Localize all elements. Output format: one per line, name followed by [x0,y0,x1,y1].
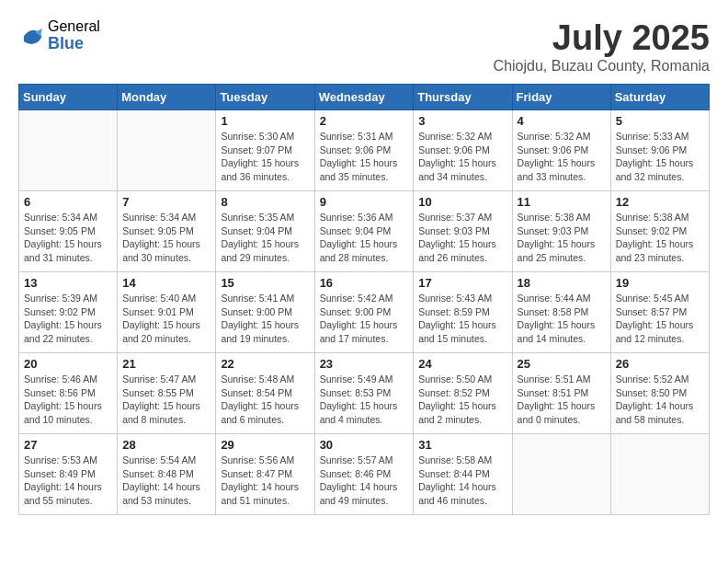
day-number: 28 [122,438,210,452]
day-detail: Sunrise: 5:51 AM Sunset: 8:51 PM Dayligh… [518,373,606,427]
day-number: 15 [221,276,309,290]
day-detail: Sunrise: 5:41 AM Sunset: 9:00 PM Dayligh… [221,292,309,346]
day-number: 7 [122,195,210,209]
day-detail: Sunrise: 5:38 AM Sunset: 9:02 PM Dayligh… [616,211,704,265]
day-detail: Sunrise: 5:40 AM Sunset: 9:01 PM Dayligh… [122,292,210,346]
day-detail: Sunrise: 5:31 AM Sunset: 9:06 PM Dayligh… [320,130,409,184]
day-detail: Sunrise: 5:54 AM Sunset: 8:48 PM Dayligh… [122,454,210,508]
day-detail: Sunrise: 5:46 AM Sunset: 8:56 PM Dayligh… [24,373,112,427]
logo-general: General [48,18,100,35]
calendar-cell: 8Sunrise: 5:35 AM Sunset: 9:04 PM Daylig… [216,191,314,272]
page-header: General Blue July 2025 Chiojdu, Buzau Co… [18,18,710,75]
header-thursday: Thursday [414,85,512,110]
day-number: 2 [320,114,409,128]
calendar-cell [118,110,216,191]
logo: General Blue [18,18,100,52]
day-number: 16 [320,276,409,290]
calendar-cell: 4Sunrise: 5:32 AM Sunset: 9:06 PM Daylig… [512,110,610,191]
day-detail: Sunrise: 5:42 AM Sunset: 9:00 PM Dayligh… [320,292,409,346]
calendar-cell: 11Sunrise: 5:38 AM Sunset: 9:03 PM Dayli… [512,191,610,272]
day-detail: Sunrise: 5:34 AM Sunset: 9:05 PM Dayligh… [122,211,210,265]
week-row-1: 1Sunrise: 5:30 AM Sunset: 9:07 PM Daylig… [19,110,710,191]
day-number: 4 [518,114,606,128]
calendar-cell: 12Sunrise: 5:38 AM Sunset: 9:02 PM Dayli… [610,191,709,272]
day-detail: Sunrise: 5:33 AM Sunset: 9:06 PM Dayligh… [616,130,704,184]
month-title: July 2025 [494,18,710,58]
day-number: 18 [518,276,606,290]
calendar-cell: 29Sunrise: 5:56 AM Sunset: 8:47 PM Dayli… [216,434,314,515]
day-number: 9 [320,195,409,209]
day-detail: Sunrise: 5:58 AM Sunset: 8:44 PM Dayligh… [418,454,506,508]
calendar-header-row: SundayMondayTuesdayWednesdayThursdayFrid… [19,85,710,110]
day-number: 30 [320,438,409,452]
day-detail: Sunrise: 5:39 AM Sunset: 9:02 PM Dayligh… [24,292,112,346]
calendar-cell [610,434,709,515]
calendar-cell: 23Sunrise: 5:49 AM Sunset: 8:53 PM Dayli… [314,353,414,434]
day-detail: Sunrise: 5:37 AM Sunset: 9:03 PM Dayligh… [418,211,506,265]
day-detail: Sunrise: 5:38 AM Sunset: 9:03 PM Dayligh… [518,211,606,265]
day-detail: Sunrise: 5:32 AM Sunset: 9:06 PM Dayligh… [418,130,506,184]
calendar-cell: 30Sunrise: 5:57 AM Sunset: 8:46 PM Dayli… [314,434,414,515]
calendar-cell: 10Sunrise: 5:37 AM Sunset: 9:03 PM Dayli… [414,191,512,272]
day-number: 6 [24,195,112,209]
week-row-3: 13Sunrise: 5:39 AM Sunset: 9:02 PM Dayli… [19,272,710,353]
calendar-cell: 6Sunrise: 5:34 AM Sunset: 9:05 PM Daylig… [19,191,118,272]
day-detail: Sunrise: 5:50 AM Sunset: 8:52 PM Dayligh… [418,373,506,427]
day-number: 14 [122,276,210,290]
calendar-cell: 2Sunrise: 5:31 AM Sunset: 9:06 PM Daylig… [314,110,414,191]
calendar-cell: 13Sunrise: 5:39 AM Sunset: 9:02 PM Dayli… [19,272,118,353]
calendar-cell: 9Sunrise: 5:36 AM Sunset: 9:04 PM Daylig… [314,191,414,272]
day-number: 24 [418,357,506,371]
day-number: 11 [518,195,606,209]
calendar-cell: 15Sunrise: 5:41 AM Sunset: 9:00 PM Dayli… [216,272,314,353]
calendar-cell: 18Sunrise: 5:44 AM Sunset: 8:58 PM Dayli… [512,272,610,353]
calendar-cell: 24Sunrise: 5:50 AM Sunset: 8:52 PM Dayli… [414,353,512,434]
calendar-cell: 17Sunrise: 5:43 AM Sunset: 8:59 PM Dayli… [414,272,512,353]
day-number: 17 [418,276,506,290]
day-number: 19 [616,276,704,290]
day-number: 10 [418,195,506,209]
day-number: 29 [221,438,309,452]
header-friday: Friday [512,85,610,110]
day-detail: Sunrise: 5:48 AM Sunset: 8:54 PM Dayligh… [221,373,309,427]
week-row-4: 20Sunrise: 5:46 AM Sunset: 8:56 PM Dayli… [19,353,710,434]
day-detail: Sunrise: 5:43 AM Sunset: 8:59 PM Dayligh… [418,292,506,346]
day-detail: Sunrise: 5:49 AM Sunset: 8:53 PM Dayligh… [320,373,409,427]
header-wednesday: Wednesday [314,85,414,110]
calendar-cell: 3Sunrise: 5:32 AM Sunset: 9:06 PM Daylig… [414,110,512,191]
day-detail: Sunrise: 5:44 AM Sunset: 8:58 PM Dayligh… [518,292,606,346]
day-number: 5 [616,114,704,128]
calendar-cell: 16Sunrise: 5:42 AM Sunset: 9:00 PM Dayli… [314,272,414,353]
title-area: July 2025 Chiojdu, Buzau County, Romania [494,18,710,75]
day-number: 20 [24,357,112,371]
calendar-cell: 1Sunrise: 5:30 AM Sunset: 9:07 PM Daylig… [216,110,314,191]
logo-icon [18,23,44,49]
location-title: Chiojdu, Buzau County, Romania [494,58,710,75]
day-detail: Sunrise: 5:45 AM Sunset: 8:57 PM Dayligh… [616,292,704,346]
calendar-table: SundayMondayTuesdayWednesdayThursdayFrid… [18,84,710,515]
calendar-cell: 26Sunrise: 5:52 AM Sunset: 8:50 PM Dayli… [610,353,709,434]
day-detail: Sunrise: 5:52 AM Sunset: 8:50 PM Dayligh… [616,373,704,427]
week-row-5: 27Sunrise: 5:53 AM Sunset: 8:49 PM Dayli… [19,434,710,515]
day-detail: Sunrise: 5:36 AM Sunset: 9:04 PM Dayligh… [320,211,409,265]
day-number: 13 [24,276,112,290]
calendar-cell: 7Sunrise: 5:34 AM Sunset: 9:05 PM Daylig… [118,191,216,272]
day-detail: Sunrise: 5:47 AM Sunset: 8:55 PM Dayligh… [122,373,210,427]
day-number: 21 [122,357,210,371]
calendar-cell: 27Sunrise: 5:53 AM Sunset: 8:49 PM Dayli… [19,434,118,515]
calendar-cell [512,434,610,515]
day-detail: Sunrise: 5:35 AM Sunset: 9:04 PM Dayligh… [221,211,309,265]
day-detail: Sunrise: 5:53 AM Sunset: 8:49 PM Dayligh… [24,454,112,508]
calendar-cell: 22Sunrise: 5:48 AM Sunset: 8:54 PM Dayli… [216,353,314,434]
header-saturday: Saturday [610,85,709,110]
day-detail: Sunrise: 5:32 AM Sunset: 9:06 PM Dayligh… [518,130,606,184]
header-tuesday: Tuesday [216,85,314,110]
day-detail: Sunrise: 5:30 AM Sunset: 9:07 PM Dayligh… [221,130,309,184]
day-number: 31 [418,438,506,452]
day-number: 1 [221,114,309,128]
calendar-cell: 19Sunrise: 5:45 AM Sunset: 8:57 PM Dayli… [610,272,709,353]
day-number: 26 [616,357,704,371]
calendar-cell: 14Sunrise: 5:40 AM Sunset: 9:01 PM Dayli… [118,272,216,353]
logo-text: General Blue [48,18,100,52]
day-number: 27 [24,438,112,452]
